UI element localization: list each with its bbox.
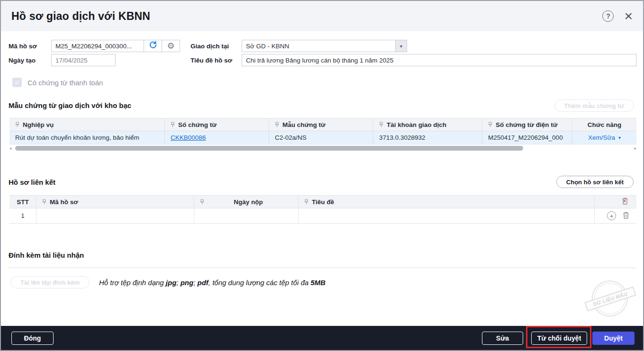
pin-icon [171, 122, 175, 128]
cell-tieu-de [298, 208, 594, 223]
cell-ngay-nop [194, 208, 298, 223]
created-date-input[interactable]: 17/04/2025 [51, 54, 116, 66]
sample-data-watermark: DỮ LIỆU MẪU [582, 273, 639, 325]
col-header[interactable]: Tiêu đề [312, 198, 334, 206]
col-header[interactable]: Mẫu chứng từ [282, 121, 326, 128]
col-header[interactable]: Ngày nộp [234, 198, 263, 206]
voucher-table-header: Nghiệp vụ Số chứng từ Mẫu chứng từ Tài k… [9, 118, 636, 131]
scroll-left-icon[interactable]: ◂ [9, 146, 14, 151]
chevron-down-icon: ▾ [618, 135, 621, 140]
pin-icon [275, 122, 279, 128]
add-voucher-button[interactable]: Thêm mẫu chứng từ [554, 99, 634, 112]
payment-voucher-checkbox-row: ✓ Có chứng từ thanh toán [12, 78, 103, 87]
transaction-file-dialog: Hồ sơ giao dịch với KBNN ? × Mã hồ sơ M2… [0, 0, 644, 351]
delete-row-icon[interactable] [622, 211, 630, 221]
cell-ma-ho-so [36, 208, 194, 223]
pin-icon [304, 199, 308, 205]
attachment-hint: Hỗ trợ tệp định dạng jpg; png; pdf, tổng… [99, 279, 326, 287]
pin-icon [379, 122, 383, 128]
gear-icon: ⚙ [167, 42, 174, 50]
help-icon[interactable]: ? [602, 10, 614, 22]
file-code-input[interactable]: M25_M2206294_000300... [51, 40, 144, 52]
col-header[interactable]: Nghiệp vụ [23, 121, 54, 128]
close-button[interactable]: Đóng [11, 332, 54, 345]
attachment-section-title: Đính kèm tài liệu nhận [9, 251, 84, 259]
delete-all-icon[interactable]: × [621, 197, 629, 207]
payment-voucher-checkbox[interactable]: ✓ [12, 78, 22, 87]
edit-button[interactable]: Sửa [482, 332, 523, 345]
transaction-at-label: Giao dịch tại [190, 43, 229, 50]
dialog-title: Hồ sơ giao dịch với KBNN [11, 10, 602, 23]
table-row[interactable]: 1 + [9, 208, 636, 224]
voucher-number-link[interactable]: CKKB00086 [171, 134, 206, 141]
choose-linked-file-button[interactable]: Chọn hồ sơ liên kết [556, 176, 634, 188]
col-header[interactable]: Số chứng từ điện tử [496, 121, 558, 128]
cell-tai-khoan: 3713.0.3028932 [373, 131, 482, 144]
file-title-label: Tiêu đề hồ sơ [190, 57, 232, 64]
upload-attachment-button[interactable]: Tải lên tệp đính kèm [10, 276, 90, 288]
view-edit-action[interactable]: Xem/Sửa▾ [588, 134, 621, 141]
payment-voucher-checkbox-label: Có chứng từ thanh toán [27, 79, 103, 87]
col-header[interactable]: Mã hồ sơ [50, 198, 78, 206]
voucher-table: Nghiệp vụ Số chứng từ Mẫu chứng từ Tài k… [9, 118, 636, 144]
created-date-label: Ngày tạo [9, 57, 36, 64]
pin-icon [42, 199, 46, 205]
col-header: Chức năng [588, 121, 621, 128]
scrollbar-thumb[interactable] [15, 146, 523, 151]
reject-button[interactable]: Từ chối duyệt [531, 332, 587, 345]
pin-icon [15, 122, 19, 128]
footer-bar: Đóng Sửa Từ chối duyệt Duyệt [1, 326, 643, 350]
refresh-button[interactable] [144, 40, 162, 52]
divider [9, 268, 635, 268]
cell-stt: 1 [9, 208, 36, 223]
add-row-icon[interactable]: + [607, 211, 616, 220]
horizontal-scrollbar: ◂ ▸ [9, 145, 636, 151]
voucher-section-title: Mẫu chứng từ giao dịch với kho bạc [9, 101, 131, 109]
approve-button[interactable]: Duyệt [592, 332, 635, 345]
file-code-label: Mã hồ sơ [9, 43, 37, 50]
refresh-icon [149, 41, 157, 51]
pin-icon [488, 122, 492, 128]
col-header: STT [17, 198, 29, 206]
cell-so-ct-dien-tu: M250417_M2206294_000 [482, 131, 572, 144]
col-header[interactable]: Tài khoản giao dịch [387, 121, 446, 128]
file-title-input[interactable]: Chi trả lương Bảng lương cán bộ tháng 1 … [242, 54, 636, 66]
check-icon: ✓ [15, 79, 20, 86]
col-header[interactable]: Số chứng từ [178, 121, 217, 128]
transaction-at-value: Sở GD - KBNN [242, 43, 395, 50]
cell-mau-chung-tu: C2-02a/NS [269, 131, 373, 144]
pin-icon [200, 199, 204, 205]
chevron-down-icon[interactable]: ▾ [395, 40, 407, 52]
cell-nghiep-vu: Rút dự toán chuyển khoản lương, bảo hiểm [9, 131, 164, 144]
dialog-titlebar: Hồ sơ giao dịch với KBNN ? × [1, 1, 643, 31]
linked-section-title: Hồ sơ liên kết [9, 178, 55, 186]
settings-button[interactable]: ⚙ [162, 40, 180, 52]
close-icon[interactable]: × [624, 10, 633, 22]
transaction-at-select[interactable]: Sở GD - KBNN ▾ [242, 40, 407, 52]
table-row[interactable]: Rút dự toán chuyển khoản lương, bảo hiểm… [9, 131, 636, 144]
linked-table: STT Mã hồ sơ Ngày nộp Tiêu đề × 1 + [9, 195, 636, 224]
linked-table-header: STT Mã hồ sơ Ngày nộp Tiêu đề × [9, 195, 636, 208]
scroll-right-icon[interactable]: ▸ [632, 146, 636, 151]
